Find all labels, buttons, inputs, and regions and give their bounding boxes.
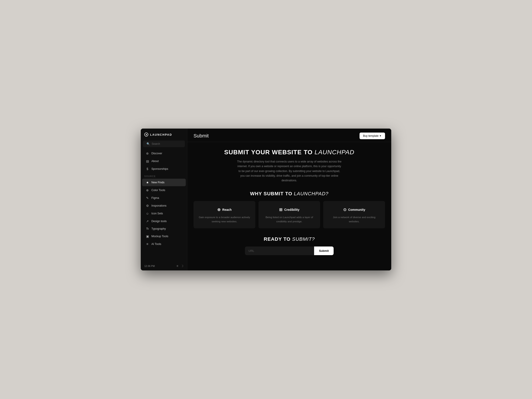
typography-icon: Tı <box>146 227 149 230</box>
sidebar-nav-top: ⊛ Discover ▤ About $ Sponsorships <box>141 149 187 173</box>
theme-toggles: ☀ ☽ <box>176 264 184 268</box>
sidebar-item-icon-sets[interactable]: ☺ Icon Sets <box>142 210 186 217</box>
why-title: WHY SUBMIT TO LAUNCHPAD? <box>194 191 385 197</box>
card-credibility-label: Credibility <box>284 208 299 211</box>
card-credibility: ⊞ Credibility Being listed on Launchpad … <box>259 201 320 228</box>
card-reach-label: Reach <box>222 208 232 211</box>
mockup-tools-icon: ▣ <box>146 234 149 238</box>
sidebar-label-color-tools: Color Tools <box>151 189 165 192</box>
sidebar-label-new-finds: New Finds <box>151 181 165 184</box>
sidebar-item-about[interactable]: ▤ About <box>142 157 186 165</box>
about-icon: ▤ <box>146 159 149 163</box>
sidebar-item-sponsorships[interactable]: $ Sponsorships <box>142 165 186 173</box>
sidebar-label-sponsorships: Sponsorships <box>151 167 168 171</box>
sidebar-bottom: 12:36 PM ☀ ☽ <box>141 262 187 270</box>
hero-title-plain: SUBMIT YOUR WEBSITE TO <box>224 149 315 156</box>
sidebar-item-mockup-tools[interactable]: ▣ Mockup Tools <box>142 233 186 240</box>
inspirations-icon: ⚙ <box>146 204 149 208</box>
cards-row: ⊕ Reach Gain exposure to a broader audie… <box>194 201 385 228</box>
main-body: SUBMIT YOUR WEBSITE TO LAUNCHPAD The dyn… <box>187 142 391 270</box>
new-finds-icon: ★ <box>146 181 149 184</box>
light-theme-button[interactable]: ☀ <box>176 264 179 268</box>
why-title-italic: LAUNCHPAD? <box>294 191 329 196</box>
page-title: Submit <box>194 133 209 139</box>
why-section: WHY SUBMIT TO LAUNCHPAD? ⊕ Reach Gain ex… <box>194 191 385 228</box>
buy-template-button[interactable]: Buy template ✦ <box>360 133 385 139</box>
card-reach: ⊕ Reach Gain exposure to a broader audie… <box>194 201 255 228</box>
sidebar-label-figma: Figma <box>151 196 159 200</box>
url-input[interactable] <box>245 247 314 255</box>
logo-icon <box>144 133 148 137</box>
submit-form: Submit <box>245 247 334 255</box>
color-tools-icon: ⊕ <box>146 188 149 192</box>
hero-section: SUBMIT YOUR WEBSITE TO LAUNCHPAD The dyn… <box>194 149 385 183</box>
search-label: Search <box>152 142 160 146</box>
sidebar-logo: LAUNCHPAD <box>141 129 187 140</box>
dark-theme-button[interactable]: ☽ <box>181 264 184 268</box>
submit-button[interactable]: Submit <box>314 247 334 255</box>
search-bar[interactable]: 🔍 Search <box>143 140 185 147</box>
credibility-icon: ⊞ <box>279 207 282 212</box>
hero-description: The dynamic directory tool that connects… <box>236 159 342 183</box>
ready-title: READY TO SUBMIT? <box>194 236 385 242</box>
sidebar-source-nav: ★ New Finds ⊕ Color Tools ✎ Figma ⚙ Insp… <box>141 178 187 248</box>
sponsorships-icon: $ <box>146 167 149 171</box>
sidebar-item-design-tools[interactable]: ↗ Design tools <box>142 217 186 225</box>
main-header: Submit Buy template ✦ <box>187 129 391 142</box>
card-credibility-desc: Being listed on Launchpad adds a layer o… <box>263 215 316 223</box>
card-reach-desc: Gain exposure to a broader audience acti… <box>198 215 251 223</box>
time-display: 12:36 PM <box>144 265 155 267</box>
figma-icon: ✎ <box>146 196 149 200</box>
card-community-label: Community <box>348 208 365 211</box>
hero-title-italic: LAUNCHPAD <box>315 149 355 156</box>
sidebar: LAUNCHPAD 🔍 Search ⊛ Discover ▤ About $ … <box>141 129 187 270</box>
hero-title: SUBMIT YOUR WEBSITE TO LAUNCHPAD <box>194 149 385 156</box>
sidebar-item-figma[interactable]: ✎ Figma <box>142 194 186 202</box>
sidebar-label-mockup-tools: Mockup Tools <box>151 235 168 238</box>
card-reach-header: ⊕ Reach <box>217 207 232 212</box>
sidebar-item-inspirations[interactable]: ⚙ Insporations <box>142 202 186 209</box>
community-icon: ⊙ <box>343 207 347 212</box>
card-community: ⊙ Community Join a network of diverse an… <box>323 201 385 228</box>
logo-text: LAUNCHPAD <box>150 133 172 136</box>
ready-title-plain: READY TO <box>264 236 292 242</box>
reach-icon: ⊕ <box>217 207 221 212</box>
sidebar-label-design-tools: Design tools <box>151 220 167 223</box>
sidebar-label-icon-sets: Icon Sets <box>151 212 163 215</box>
main-content: Submit Buy template ✦ SUBMIT YOUR WEBSIT… <box>187 129 391 270</box>
app-window: LAUNCHPAD 🔍 Search ⊛ Discover ▤ About $ … <box>141 129 391 270</box>
card-community-desc: Join a network of diverse and exciting w… <box>328 215 381 223</box>
sidebar-label-inspirations: Insporations <box>151 204 166 207</box>
sidebar-label-about: About <box>151 160 159 163</box>
card-credibility-header: ⊞ Credibility <box>279 207 299 212</box>
design-tools-icon: ↗ <box>146 219 149 223</box>
discover-icon: ⊛ <box>146 152 149 155</box>
sidebar-label-discover: Discover <box>151 152 162 155</box>
source-section-label: SOURCE <box>141 173 187 178</box>
icon-sets-icon: ☺ <box>146 212 149 215</box>
ready-title-italic: SUBMIT? <box>292 236 315 242</box>
ai-tools-icon: ✳ <box>146 242 149 246</box>
card-community-header: ⊙ Community <box>343 207 365 212</box>
sidebar-label-ai-tools: AI Tools <box>151 242 161 246</box>
sidebar-item-ai-tools[interactable]: ✳ AI Tools <box>142 240 186 248</box>
sidebar-item-typography[interactable]: Tı Typography <box>142 225 186 232</box>
sidebar-item-discover[interactable]: ⊛ Discover <box>142 150 186 157</box>
search-icon: 🔍 <box>146 142 150 146</box>
why-title-plain: WHY SUBMIT TO <box>250 191 294 196</box>
submit-section: READY TO SUBMIT? Submit <box>194 236 385 255</box>
sidebar-item-new-finds[interactable]: ★ New Finds <box>142 179 186 186</box>
sidebar-label-typography: Typography <box>151 227 166 230</box>
sidebar-item-color-tools[interactable]: ⊕ Color Tools <box>142 186 186 194</box>
